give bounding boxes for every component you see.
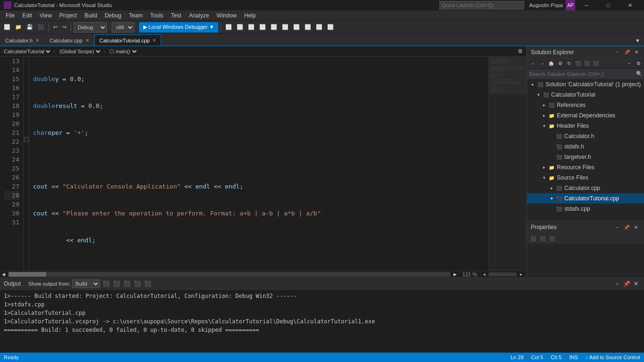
props-dock-btn[interactable]: − [613,223,621,231]
toolbar-redo[interactable]: ↪ [60,22,68,33]
tab-close-calculator-h[interactable]: ✕ [35,38,39,43]
scroll-left-button[interactable]: ◀ [0,271,7,278]
se-forward-btn[interactable]: → [538,59,546,68]
quick-launch-input[interactable] [439,1,524,9]
props-custom-btn[interactable]: ⬛ [548,234,556,243]
tree-solution[interactable]: ▸ ⬛ Solution 'CalculatorTutorial' (1 pro… [527,79,644,90]
close-button[interactable]: ✕ [619,0,640,10]
tree-calculator-cpp[interactable]: ▸ ⬛ Calculator.cpp [527,183,644,193]
tree-project[interactable]: ▾ ⬛ CalculatorTutorial [527,90,644,100]
se-collapse-btn[interactable]: ⬛ [592,59,600,68]
menu-view[interactable]: View [36,10,56,21]
menu-build[interactable]: Build [81,10,101,21]
tab-calculator-h[interactable]: Calculator.h ✕ [0,34,44,46]
menu-team[interactable]: Team [125,10,146,21]
menu-file[interactable]: File [2,10,18,21]
menu-analyze[interactable]: Analyze [185,10,213,21]
se-home-btn[interactable]: 🏠 [547,59,555,68]
menu-tools[interactable]: Tools [147,10,167,21]
se-sync-btn[interactable]: ⬛ [583,59,591,68]
se-dock2-btn[interactable]: − [625,59,634,68]
scroll-right-button[interactable]: ▶ [452,271,459,278]
toolbar-misc5[interactable]: ⬜ [269,22,279,33]
split-editor-button[interactable]: ⊞ [516,46,524,57]
toolbar-misc8[interactable]: ⬜ [303,22,313,33]
tab-calculator-cpp[interactable]: Calculator.cpp ✕ [44,34,94,46]
se-settings-btn[interactable]: ⚙ [634,59,643,68]
zoom-in-button[interactable]: ▸ [518,271,524,278]
minimize-button[interactable]: ─ [576,0,597,10]
output-filter-btn[interactable]: ⬛ [133,280,141,288]
toolbar-misc3[interactable]: ⬜ [246,22,256,33]
debug-config-select[interactable]: Debug Release [74,22,107,33]
breadcrumb-project-select[interactable]: CalculatorTutorial [2,47,52,56]
output-wrap-btn[interactable]: ⬛ [112,280,121,288]
se-back-btn[interactable]: ← [529,59,537,68]
tab-list-button[interactable]: ▼ [633,35,642,46]
tree-calculatortutorial-cpp[interactable]: ▾ ⬛ CalculatorTutorial.cpp [527,193,644,204]
props-pin-btn[interactable]: 📌 [622,223,631,231]
tree-calculator-h[interactable]: ▸ ⬛ Calculator.h [527,131,644,141]
zoom-slider[interactable] [488,272,517,276]
toolbar-misc2[interactable]: ⬜ [235,22,245,33]
toolbar-new[interactable]: ⬜ [2,22,12,33]
tree-source-files[interactable]: ▾ 📁 Source Files [527,173,644,183]
breadcrumb-symbol-select[interactable]: ⬡ main() [107,47,138,56]
fold-while[interactable]: − [24,137,29,142]
output-find-btn[interactable]: ⬛ [123,280,131,288]
toolbar-misc7[interactable]: ⬜ [291,22,302,33]
output-pin-btn[interactable]: 📌 [622,280,631,288]
output-clear-btn[interactable]: ⬛ [102,280,110,288]
breadcrumb-scope-select[interactable]: (Global Scope) [58,47,102,56]
menu-edit[interactable]: Edit [18,10,36,21]
tree-header-files[interactable]: ▾ 📁 Header Files [527,121,644,131]
se-refresh-btn[interactable]: ↻ [565,59,573,68]
props-category-btn[interactable]: ⬛ [529,234,537,243]
h-scrollbar-thumb[interactable] [8,272,46,277]
output-source-select[interactable]: Build Debug [72,280,100,288]
code-editor[interactable]: 13 14 15 16 17 18 19 20 21 22 23 24 25 2… [0,57,488,271]
h-scrollbar-track[interactable] [8,272,450,277]
tree-stdafx-h[interactable]: ▸ ⬛ stdafx.h [527,141,644,152]
toolbar-misc1[interactable]: ⬜ [223,22,234,33]
tab-close-calculator-cpp[interactable]: ✕ [85,38,89,43]
props-close-btn[interactable]: ✕ [632,223,640,231]
toolbar-misc10[interactable]: ⬜ [325,22,336,33]
toolbar-undo[interactable]: ↩ [51,22,59,33]
se-pin-button[interactable]: 📌 [623,48,631,57]
tree-resource-files[interactable]: ▸ 📁 Resource Files [527,162,644,173]
calculatorh-icon: ⬛ [555,132,563,140]
status-source-control[interactable]: ↑ Add to Source Control [586,354,640,360]
output-close-btn[interactable]: ✕ [632,280,640,288]
restore-button[interactable]: □ [598,0,619,10]
tree-stdafx-cpp[interactable]: ▸ ⬛ stdafx.cpp [527,204,644,214]
menu-help[interactable]: Help [240,10,260,21]
tab-close-calculatortutorial-cpp[interactable]: ✕ [152,38,156,43]
menu-debug[interactable]: Debug [101,10,125,21]
se-close-button[interactable]: ✕ [632,48,641,57]
toolbar-misc9[interactable]: ⬜ [314,22,324,33]
menu-window[interactable]: Window [213,10,240,21]
tree-references[interactable]: ▸ ⬛ References [527,100,644,110]
tree-targetver-h[interactable]: ▸ ⬛ targetver.h [527,152,644,162]
start-debug-button[interactable]: ▶ Local Windows Debugger ▼ [139,22,218,33]
toolbar-misc6[interactable]: ⬜ [280,22,290,33]
toolbar-save[interactable]: 💾 [25,22,35,33]
tab-calculatortutorial-cpp[interactable]: CalculatorTutorial.cpp ✕ [94,34,162,46]
props-alpha-btn[interactable]: ⬛ [538,234,547,243]
zoom-out-button[interactable]: ◂ [481,271,487,278]
se-search-input[interactable] [529,71,636,77]
menu-test[interactable]: Test [167,10,185,21]
toolbar-open[interactable]: 📁 [13,22,24,33]
toolbar-misc4[interactable]: ⬜ [257,22,268,33]
stdafxcpp-icon: ⬛ [555,205,563,213]
platform-select[interactable]: x86 x64 [112,22,134,33]
output-dock-btn[interactable]: − [613,280,621,288]
output-extra-btn[interactable]: ⬛ [143,280,152,288]
menu-project[interactable]: Project [56,10,81,21]
se-filter-btn[interactable]: ⬛ [574,59,582,68]
se-props-btn[interactable]: ⚙ [556,59,564,68]
se-dock-button[interactable]: − [613,48,622,57]
tree-external-deps[interactable]: ▸ 📁 External Dependencies [527,110,644,121]
toolbar-save-all[interactable]: ⬛ [36,22,46,33]
